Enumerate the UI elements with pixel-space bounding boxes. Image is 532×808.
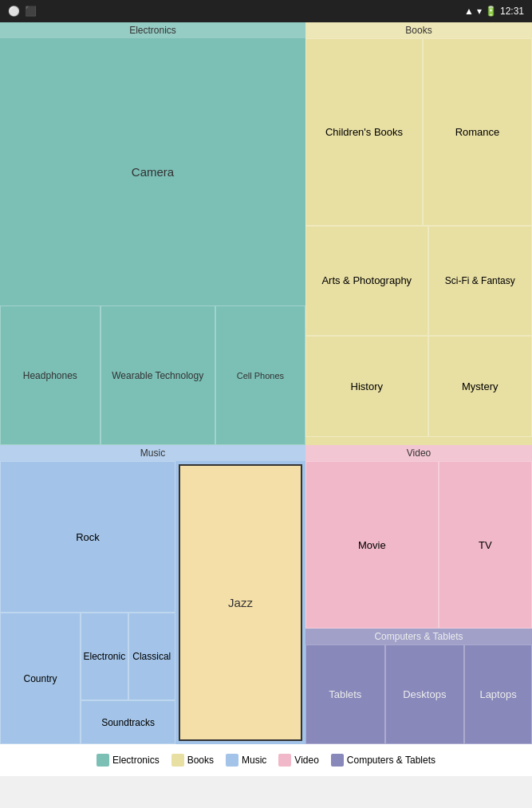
status-left-icons: ⚪ ⬛ — [8, 6, 37, 17]
soundtracks-label: Soundtracks — [101, 717, 155, 728]
headphones-cell[interactable]: Headphones — [0, 305, 100, 445]
history-cell[interactable]: History — [305, 336, 428, 438]
childrens-cell[interactable]: Children's Books — [305, 38, 423, 226]
country-label: Country — [24, 673, 57, 684]
music-left: Rock Country Electronic — [0, 461, 175, 744]
circle-icon: ⚪ — [8, 6, 20, 17]
cellphones-cell[interactable]: Cell Phones — [215, 305, 305, 445]
books-section: Books Children's Books Romance Arts & Ph… — [305, 22, 532, 445]
video-inner: Movie TV — [305, 461, 532, 629]
legend-video-color — [278, 754, 291, 767]
treemap-chart: Electronics Camera Headphones Wearable T… — [0, 22, 532, 744]
tablets-label: Tablets — [329, 688, 361, 700]
electronic-label: Electronic — [83, 651, 125, 662]
jazz-label: Jazz — [228, 596, 253, 609]
music-inner: Rock Country Electronic — [0, 461, 305, 744]
mystery-label: Mystery — [462, 380, 499, 392]
music-bottom-left: Country Electronic Classical — [0, 613, 175, 744]
books-bottom-row: Arts & Photography History Sci-Fi & Fant… — [305, 226, 532, 437]
legend-music: Music — [226, 754, 266, 767]
classical-cell[interactable]: Classical — [128, 613, 175, 700]
legend-video-label: Video — [294, 755, 318, 766]
childrens-label: Children's Books — [325, 126, 403, 138]
cellphones-label: Cell Phones — [234, 368, 287, 384]
video-section: Video Movie TV — [305, 445, 532, 629]
status-right-icons: ▲ ▾ 🔋 12:31 — [464, 6, 524, 17]
legend-books: Books — [171, 754, 214, 767]
camera-cell[interactable]: Camera — [0, 38, 305, 305]
music-label: Music — [0, 445, 305, 461]
tv-cell[interactable]: TV — [439, 461, 532, 629]
headphones-label: Headphones — [20, 367, 81, 384]
time-display: 12:31 — [500, 6, 524, 17]
battery-icon: 🔋 — [485, 6, 497, 17]
chart-legend: Electronics Books Music Video Computers … — [0, 744, 532, 776]
computers-label: Computers & Tablets — [305, 629, 532, 644]
wifi-icon: ▾ — [477, 6, 482, 17]
desktops-label: Desktops — [403, 688, 446, 700]
mystery-cell[interactable]: Mystery — [428, 336, 532, 438]
history-label: History — [351, 380, 383, 392]
computers-section: Computers & Tablets Tablets Desktops Lap… — [305, 629, 532, 744]
status-bar: ⚪ ⬛ ▲ ▾ 🔋 12:31 — [0, 0, 532, 22]
electronics-section: Electronics Camera Headphones Wearable T… — [0, 22, 305, 445]
jazz-cell[interactable]: Jazz — [179, 464, 302, 741]
legend-music-color — [226, 754, 238, 767]
camera-label: Camera — [132, 165, 174, 179]
video-label: Video — [305, 445, 532, 461]
legend-computers-label: Computers & Tablets — [347, 755, 435, 766]
left-column: Electronics Camera Headphones Wearable T… — [0, 22, 305, 744]
books-label: Books — [305, 22, 532, 38]
books-bottom-left: Arts & Photography History — [305, 226, 428, 437]
scifi-cell[interactable]: Sci-Fi & Fantasy — [428, 226, 532, 336]
legend-books-label: Books — [187, 755, 214, 766]
wearable-cell[interactable]: Wearable Technology — [100, 305, 215, 445]
laptops-label: Laptops — [479, 688, 516, 700]
desktops-cell[interactable]: Desktops — [385, 644, 465, 744]
scifi-label: Sci-Fi & Fantasy — [445, 275, 515, 286]
square-icon: ⬛ — [25, 6, 37, 17]
legend-electronics-color — [97, 754, 109, 767]
legend-electronics-label: Electronics — [112, 755, 160, 766]
electronics-bottom-row: Headphones Wearable Technology Cell Phon… — [0, 305, 305, 445]
wearable-label: Wearable Technology — [108, 367, 207, 384]
romance-cell[interactable]: Romance — [423, 38, 532, 226]
rock-label: Rock — [76, 531, 100, 543]
music-section: Music Rock Country Electron — [0, 445, 305, 744]
country-cell[interactable]: Country — [0, 613, 81, 744]
computers-inner: Tablets Desktops Laptops — [305, 644, 532, 744]
right-column: Books Children's Books Romance Arts & Ph… — [305, 22, 532, 744]
legend-computers: Computers & Tablets — [331, 754, 435, 767]
legend-music-label: Music — [242, 755, 266, 766]
legend-books-color — [171, 754, 184, 767]
arts-cell[interactable]: Arts & Photography — [305, 226, 428, 336]
movie-label: Movie — [358, 539, 386, 551]
electronics-label: Electronics — [0, 22, 305, 38]
legend-computers-color — [331, 754, 344, 767]
laptops-cell[interactable]: Laptops — [464, 644, 532, 744]
movie-cell[interactable]: Movie — [305, 461, 439, 629]
tv-label: TV — [479, 539, 492, 551]
books-bottom-right: Sci-Fi & Fantasy Mystery — [428, 226, 532, 437]
electronic-cell[interactable]: Electronic — [81, 613, 128, 700]
books-top-row: Children's Books Romance — [305, 38, 532, 226]
arts-label: Arts & Photography — [321, 274, 412, 286]
classical-label: Classical — [132, 651, 171, 662]
signal-icon: ▲ — [464, 6, 474, 17]
rock-cell[interactable]: Rock — [0, 461, 175, 613]
legend-electronics: Electronics — [97, 754, 160, 767]
legend-video: Video — [278, 754, 318, 767]
romance-label: Romance — [455, 126, 500, 138]
soundtracks-cell[interactable]: Soundtracks — [81, 700, 175, 744]
tablets-cell[interactable]: Tablets — [305, 644, 385, 744]
